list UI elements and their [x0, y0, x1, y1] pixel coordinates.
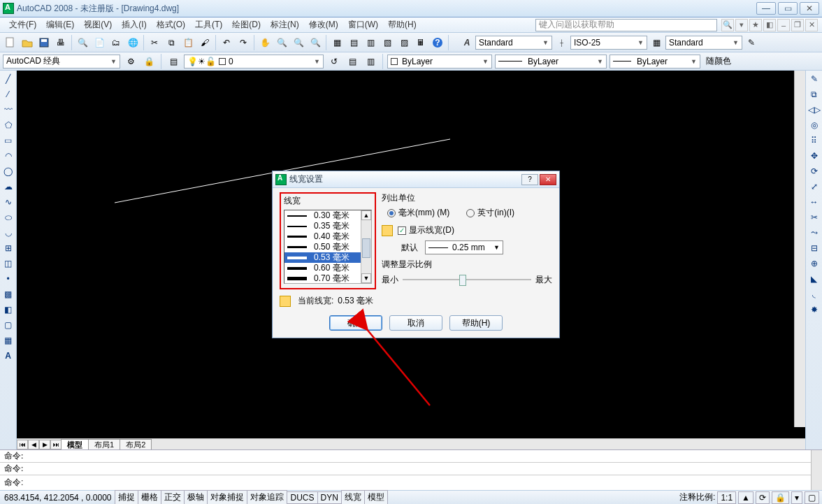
- help-button[interactable]: 帮助(H): [449, 315, 503, 331]
- ortho-toggle[interactable]: 正交: [161, 490, 185, 504]
- chamfer-icon[interactable]: ◣: [807, 272, 821, 286]
- block-icon[interactable]: ◫: [1, 257, 15, 271]
- star-icon[interactable]: ★: [749, 19, 762, 31]
- explode-icon[interactable]: ✸: [807, 303, 821, 317]
- cut-icon[interactable]: ✂: [147, 35, 162, 50]
- menu-edit[interactable]: 编辑(E): [41, 19, 79, 31]
- insert-icon[interactable]: ⊞: [1, 241, 15, 255]
- dropdown-icon[interactable]: ▾: [735, 19, 748, 31]
- table-icon[interactable]: ▦: [1, 333, 15, 347]
- xline-icon[interactable]: ⁄: [1, 87, 15, 101]
- paste-icon[interactable]: 📋: [180, 35, 196, 50]
- cancel-button[interactable]: 取消: [389, 315, 442, 331]
- help-icon[interactable]: ?: [430, 35, 445, 50]
- menu-draw[interactable]: 绘图(D): [227, 19, 266, 31]
- gradient-icon[interactable]: ◧: [1, 303, 15, 317]
- hatch-icon[interactable]: ▩: [1, 287, 15, 301]
- copy-icon[interactable]: ⧉: [164, 35, 179, 50]
- ducs-toggle[interactable]: DUCS: [287, 491, 317, 504]
- extend-icon[interactable]: ⤳: [807, 226, 821, 240]
- scroll-up-icon[interactable]: ▲: [361, 210, 371, 220]
- lineweight-combo[interactable]: ByLayer▼: [610, 55, 700, 69]
- new-icon[interactable]: [3, 35, 18, 50]
- tab-model[interactable]: 模型: [61, 439, 89, 450]
- arc-icon[interactable]: ◠: [1, 149, 15, 163]
- lineweight-item[interactable]: 0.30 毫米: [284, 210, 371, 221]
- lwt-toggle[interactable]: 线宽: [341, 490, 365, 504]
- dialog-title-bar[interactable]: 线宽设置 ? ✕: [273, 171, 559, 188]
- open-icon[interactable]: [20, 35, 35, 50]
- mirror-icon[interactable]: ◁▷: [807, 103, 821, 117]
- menu-insert[interactable]: 插入(I): [117, 19, 151, 31]
- tab-layout1[interactable]: 布局1: [88, 439, 120, 450]
- close-button[interactable]: ✕: [800, 2, 819, 15]
- join-icon[interactable]: ⊕: [807, 257, 821, 271]
- lineweight-item[interactable]: 0.40 毫米: [284, 231, 371, 242]
- model-toggle[interactable]: 模型: [364, 490, 388, 504]
- lineweight-item[interactable]: 0.50 毫米: [284, 242, 371, 252]
- workspace-combo[interactable]: AutoCAD 经典▼: [3, 55, 120, 69]
- table-style-combo[interactable]: Standard▼: [665, 36, 742, 50]
- ellipsearc-icon[interactable]: ◡: [1, 226, 15, 240]
- show-lineweight-checkbox[interactable]: 显示线宽(D): [398, 225, 454, 235]
- revcloud-icon[interactable]: ☁: [1, 180, 15, 194]
- layer-combo[interactable]: 💡 ☀ 🔓 0▼: [184, 55, 324, 69]
- lineweight-listbox[interactable]: 0.30 毫米0.35 毫米0.40 毫米0.50 毫米0.53 毫米0.60 …: [284, 210, 372, 284]
- props-icon[interactable]: ▦: [329, 35, 345, 50]
- clean-screen-icon[interactable]: ▢: [805, 491, 819, 504]
- listbox-scrollbar[interactable]: ▲ ▼: [361, 210, 371, 283]
- dim-style-combo[interactable]: ISO-25▼: [570, 36, 647, 50]
- pline-icon[interactable]: 〰: [1, 103, 15, 117]
- tab-layout2[interactable]: 布局2: [120, 439, 152, 450]
- toolbar-lock-icon[interactable]: 🔒: [141, 54, 157, 69]
- vertical-scrollbar[interactable]: [794, 71, 805, 427]
- tray-icon[interactable]: ▾: [791, 491, 802, 504]
- calc-icon[interactable]: 🖩: [413, 35, 428, 50]
- ssm-icon[interactable]: ▧: [380, 35, 395, 50]
- pan-icon[interactable]: ✋: [257, 35, 273, 50]
- minimize-button[interactable]: —: [756, 2, 776, 15]
- menu-window[interactable]: 窗口(W): [343, 19, 383, 31]
- mtext-icon[interactable]: A: [1, 349, 15, 363]
- spline-icon[interactable]: ∿: [1, 195, 15, 209]
- tab-first-icon[interactable]: ⏮: [17, 440, 28, 449]
- connect-icon[interactable]: ◧: [763, 19, 776, 31]
- rect-icon[interactable]: ▭: [1, 134, 15, 147]
- save-icon[interactable]: [36, 35, 52, 50]
- unit-mm-radio[interactable]: 毫米(mm) (M): [387, 207, 449, 219]
- command-window[interactable]: 命令: 命令: 命令:: [0, 449, 822, 490]
- undo-icon[interactable]: ↶: [219, 35, 234, 50]
- lineweight-item[interactable]: 0.70 毫米: [284, 273, 371, 284]
- zoom-rt-icon[interactable]: 🔍: [274, 35, 289, 50]
- sheet-icon[interactable]: 🗂: [108, 35, 124, 50]
- zoom-win-icon[interactable]: 🔍: [291, 35, 306, 50]
- default-lineweight-combo[interactable]: 0.25 mm▼: [425, 240, 503, 254]
- lock-ui-icon[interactable]: 🔒: [772, 491, 789, 504]
- menu-tools[interactable]: 工具(T): [190, 19, 227, 31]
- point-icon[interactable]: •: [1, 272, 15, 286]
- erase-icon[interactable]: ✎: [807, 72, 821, 86]
- annoscale-combo[interactable]: 1:1: [717, 491, 736, 504]
- menu-file[interactable]: 文件(F): [4, 19, 41, 31]
- color-combo[interactable]: ByLayer▼: [387, 55, 492, 69]
- doc-close-icon[interactable]: ✕: [805, 19, 818, 31]
- zoom-prev-icon[interactable]: 🔍: [308, 35, 323, 50]
- scroll-down-icon[interactable]: ▼: [361, 273, 371, 283]
- offset-icon[interactable]: ◎: [807, 118, 821, 132]
- osnap-toggle[interactable]: 对象捕捉: [207, 490, 247, 504]
- mleader-icon[interactable]: ✎: [744, 35, 759, 50]
- tab-last-icon[interactable]: ⏭: [50, 440, 62, 449]
- annovis-icon[interactable]: ▲: [738, 491, 754, 504]
- command-scrollbar[interactable]: [811, 450, 822, 490]
- help-search-input[interactable]: 键入问题以获取帮助: [535, 19, 717, 31]
- markup-icon[interactable]: ▨: [396, 35, 412, 50]
- menu-modify[interactable]: 修改(M): [304, 19, 343, 31]
- doc-restore-icon[interactable]: ❐: [791, 19, 804, 31]
- unit-in-radio[interactable]: 英寸(in)(I): [466, 207, 514, 219]
- 3ddwf-icon[interactable]: 🌐: [125, 35, 140, 50]
- ws-settings-icon[interactable]: ⚙: [123, 54, 138, 69]
- textstyle-icon[interactable]: A: [460, 36, 474, 50]
- tblstyle-icon[interactable]: ▦: [649, 35, 664, 50]
- break-icon[interactable]: ⊟: [807, 241, 821, 255]
- line-icon[interactable]: ╱: [1, 72, 15, 86]
